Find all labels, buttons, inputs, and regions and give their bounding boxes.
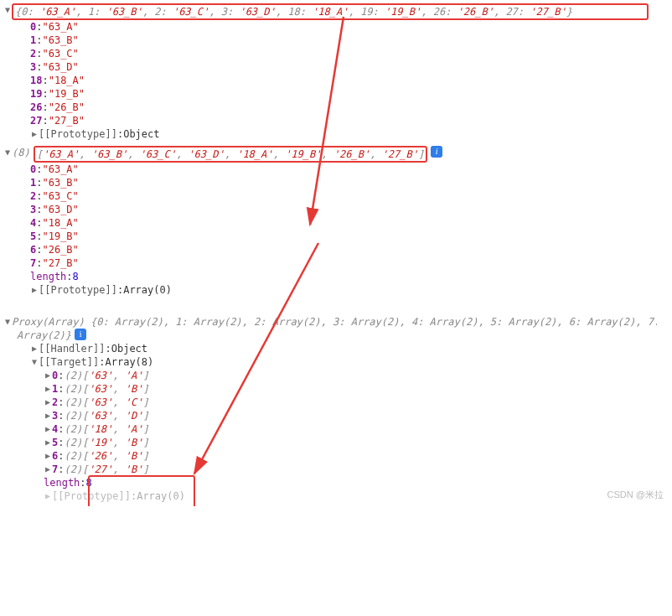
property-key: 5 xyxy=(30,230,36,243)
handler-row[interactable]: [[Handler]] : Object xyxy=(3,342,669,355)
expand-arrow-icon[interactable] xyxy=(44,409,52,422)
property-key: 1 xyxy=(30,34,36,47)
prototype-label: [[Prototype]] xyxy=(39,283,117,297)
expand-arrow-icon[interactable] xyxy=(44,436,52,449)
target-item-row[interactable]: 2: (2) ['63', 'C'] xyxy=(3,396,669,409)
target-item-row[interactable]: 1: (2) ['63', 'B'] xyxy=(3,382,669,396)
expand-arrow-icon[interactable] xyxy=(44,369,52,382)
property-value: "63_D" xyxy=(42,203,78,216)
target-item-row[interactable]: 6: (2) ['26', 'B'] xyxy=(3,449,669,463)
target-row[interactable]: [[Target]] : Array(8) xyxy=(3,355,669,369)
prototype-label: [[Prototype]] xyxy=(39,127,117,141)
target-item-row[interactable]: 3: (2) ['63', 'D'] xyxy=(3,409,669,422)
highlight-box-1: {0: '63_A', 1: '63_B', 2: '63_C', 3: '63… xyxy=(12,3,649,20)
prototype-value: Array(0) xyxy=(123,283,172,297)
property-row: 3: "63_D" xyxy=(3,203,669,216)
length-label: length xyxy=(44,476,80,489)
object-summary: {0: '63_A', 1: '63_B', 2: '63_C', 3: '63… xyxy=(15,6,572,18)
property-row: 2: "63_C" xyxy=(3,47,669,60)
property-key: 2 xyxy=(30,47,36,60)
expand-arrow-icon[interactable] xyxy=(44,396,52,409)
property-row: 26: "26_B" xyxy=(3,101,669,114)
property-key: 19 xyxy=(30,87,42,101)
proxy-summary-row[interactable]: Proxy(Array) {0: Array(2), 1: Array(2), … xyxy=(3,315,669,329)
highlight-box-2: ['63_A', '63_B', '63_C', '63_D', '18_A',… xyxy=(34,146,428,163)
expand-arrow-icon[interactable] xyxy=(44,382,52,396)
expand-arrow-icon[interactable] xyxy=(44,489,52,503)
target-label: [[Target]] xyxy=(39,355,99,369)
property-row: 1: "63_B" xyxy=(3,176,669,189)
handler-label: [[Handler]] xyxy=(39,342,105,355)
property-value: "27_B" xyxy=(42,256,78,270)
array-count: (2) xyxy=(64,369,82,382)
property-key: 7 xyxy=(30,256,36,270)
expand-arrow-icon[interactable] xyxy=(30,342,39,355)
property-key: 5 xyxy=(52,436,58,449)
property-row: 0: "63_A" xyxy=(3,163,669,176)
property-value: "27_B" xyxy=(49,114,85,127)
expand-arrow-icon[interactable] xyxy=(3,3,12,17)
expand-arrow-icon[interactable] xyxy=(30,127,39,141)
info-icon[interactable]: i xyxy=(431,146,442,158)
property-row: 27: "27_B" xyxy=(3,114,669,127)
array-preview: ['63', 'C'] xyxy=(82,396,149,409)
property-value: "19_B" xyxy=(42,230,78,243)
target-item-row[interactable]: 0: (2) ['63', 'A'] xyxy=(3,369,669,382)
array-count: (2) xyxy=(64,382,82,396)
property-key: 1 xyxy=(30,176,36,189)
expand-arrow-icon[interactable] xyxy=(44,463,52,476)
property-key: 3 xyxy=(52,409,58,422)
property-key: 1 xyxy=(52,382,58,396)
property-row: 1: "63_B" xyxy=(3,34,669,47)
property-row: 2: "63_C" xyxy=(3,189,669,203)
proxy-summary-continuation: Array(2)} i xyxy=(3,329,669,342)
property-key: 6 xyxy=(30,243,36,256)
expand-arrow-icon[interactable] xyxy=(44,422,52,436)
target-item-row[interactable]: 7: (2) ['27', 'B'] xyxy=(3,463,669,476)
property-value: "18_A" xyxy=(49,74,85,87)
array-preview: ['63', 'D'] xyxy=(82,409,149,422)
property-key: 7 xyxy=(52,463,58,476)
property-key: 4 xyxy=(52,422,58,436)
property-key: 3 xyxy=(30,203,36,216)
property-key: 6 xyxy=(52,449,58,463)
object-summary-row[interactable]: {0: '63_A', 1: '63_B', 2: '63_C', 3: '63… xyxy=(3,3,669,20)
property-value: "26_B" xyxy=(42,243,78,256)
property-key: 0 xyxy=(30,163,36,176)
property-key: 2 xyxy=(30,189,36,203)
property-key: 3 xyxy=(30,60,36,74)
array-summary-row[interactable]: (8) ['63_A', '63_B', '63_C', '63_D', '18… xyxy=(3,146,669,163)
property-value: "63_A" xyxy=(42,163,78,176)
array-preview: ['63', 'A'] xyxy=(82,369,149,382)
prototype-row[interactable]: [[Prototype]] : Object xyxy=(3,127,669,141)
array-preview: ['26', 'B'] xyxy=(82,449,149,463)
array-count: (2) xyxy=(64,396,82,409)
array-preview: ['18', 'A'] xyxy=(82,422,149,436)
expand-arrow-icon[interactable] xyxy=(44,449,52,463)
property-value: "18_A" xyxy=(42,216,78,230)
property-row: 18: "18_A" xyxy=(3,74,669,87)
length-row: length : 8 xyxy=(3,270,669,283)
property-value: "63_C" xyxy=(42,47,78,60)
array-preview: ['19', 'B'] xyxy=(82,436,149,449)
array-count: (8) xyxy=(12,146,30,159)
array-count: (2) xyxy=(64,436,82,449)
property-key: 18 xyxy=(30,74,42,87)
watermark: CSDN @米拉 xyxy=(607,488,664,501)
target-item-row[interactable]: 4: (2) ['18', 'A'] xyxy=(3,422,669,436)
property-value: "26_B" xyxy=(49,101,85,114)
length-value: 8 xyxy=(73,270,79,283)
prototype-row[interactable]: [[Prototype]] : Array(0) xyxy=(3,283,669,297)
expand-arrow-icon[interactable] xyxy=(3,146,12,159)
property-row: 4: "18_A" xyxy=(3,216,669,230)
proxy-summary: Proxy(Array) {0: Array(2), 1: Array(2), … xyxy=(12,315,657,329)
expand-arrow-icon[interactable] xyxy=(3,315,12,329)
property-value: "63_C" xyxy=(42,189,78,203)
expand-arrow-icon[interactable] xyxy=(30,283,39,297)
target-item-row[interactable]: 5: (2) ['19', 'B'] xyxy=(3,436,669,449)
info-icon[interactable]: i xyxy=(75,329,86,340)
expand-arrow-icon[interactable] xyxy=(30,355,39,369)
target-value: Array(8) xyxy=(105,355,153,369)
handler-value: Object xyxy=(111,342,147,355)
property-row: 0: "63_A" xyxy=(3,20,669,34)
